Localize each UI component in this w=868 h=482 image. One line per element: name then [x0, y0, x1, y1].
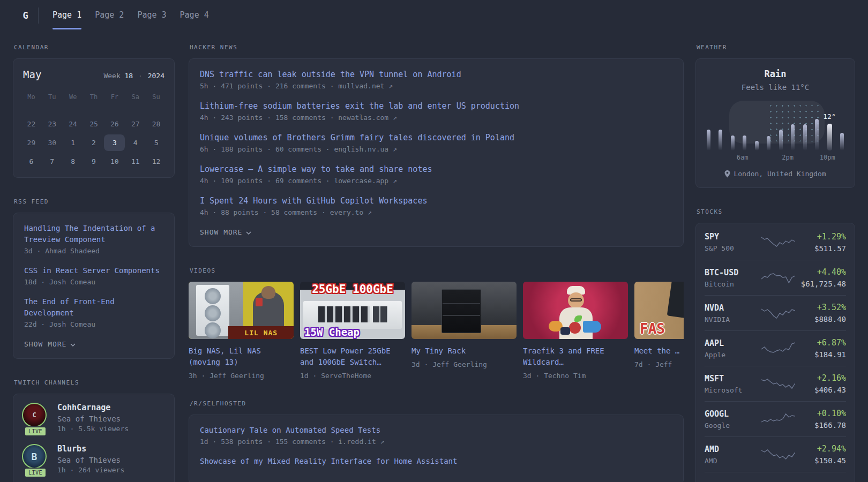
app-logo[interactable]: G	[13, 7, 39, 24]
stock-row[interactable]: AMDAMD +2.94%$150.45	[705, 436, 846, 472]
video-thumbnail[interactable]	[411, 282, 517, 339]
twitch-channel-name[interactable]: Blurbs	[57, 444, 124, 454]
stock-row[interactable]: NVDANVIDIA +3.52%$888.40	[705, 295, 846, 330]
calendar-day: 24	[63, 116, 84, 132]
tab-page-2[interactable]: Page 2	[95, 0, 124, 31]
stock-symbol[interactable]: NVDA	[705, 303, 760, 313]
video-meta: 3d · Techno Tim	[523, 372, 628, 380]
video-title[interactable]: BEST Low Power 25GbE and 100GbE Switch…	[300, 345, 405, 368]
stock-symbol[interactable]: AMD	[705, 445, 760, 454]
twitch-channel-game: Sea of Thieves	[57, 415, 129, 423]
tab-page-4[interactable]: Page 4	[180, 0, 209, 31]
weather-bar	[779, 130, 783, 150]
calendar-day: 7	[42, 153, 63, 170]
video-title[interactable]: Big NAS, Lil NAS (moving 13)	[189, 345, 294, 368]
stock-symbol[interactable]: SPY	[705, 232, 760, 242]
rss-item-title[interactable]: Handling The Indentation of a Treeview C…	[24, 223, 163, 245]
video-title[interactable]: Meet the … Linux Clu…	[634, 345, 684, 357]
reddit-item: Cautionary Tale on Automated Speed Tests…	[200, 425, 672, 446]
hn-item-title[interactable]: I Spent 24 Hours with GitHub Copilot Wor…	[200, 195, 672, 207]
stock-change: +1.29%	[796, 232, 846, 242]
twitch-channel-meta: 1h · 264 viewers	[57, 466, 124, 474]
stock-row[interactable]: MSFTMicrosoft +2.16%$406.43	[705, 366, 846, 401]
rss-item-meta: 22d · Josh Comeau	[24, 320, 163, 328]
rss-section-title: RSS FEED	[14, 198, 175, 205]
video-meta: 3d · Jeff Geerling	[411, 360, 517, 368]
time-label: 2pm	[782, 154, 794, 161]
twitch-channel-name[interactable]: CohhCarnage	[57, 403, 129, 412]
weather-bar	[731, 135, 735, 150]
stock-symbol[interactable]: BTC-USD	[705, 268, 760, 277]
reddit-item-title[interactable]: Showcase of my Mixed Reality Interface f…	[200, 456, 672, 467]
thumb-caption: 15W Cheap	[304, 326, 360, 338]
hn-item-title[interactable]: Lithium-free sodium batteries exit the l…	[200, 100, 672, 112]
video-thumbnail[interactable]	[523, 282, 628, 339]
weekday-label: Tu	[42, 91, 63, 105]
twitch-channel-info: CohhCarnage Sea of Thieves 1h · 5.5k vie…	[57, 403, 129, 433]
video-title[interactable]: My Tiny Rack	[411, 345, 517, 357]
hn-item-title[interactable]: DNS traffic can leak outside the VPN tun…	[200, 69, 672, 80]
hn-item-title[interactable]: Unique volumes of Brothers Grimm fairy t…	[200, 132, 672, 144]
calendar-section-title: CALENDAR	[14, 44, 175, 51]
weekday-label: Th	[84, 91, 104, 105]
weather-card: Rain Feels like 11°C 12° 6am 2pm 10pm Lo…	[695, 58, 855, 188]
video-thumbnail[interactable]: LIL NAS	[189, 282, 294, 339]
calendar-day: 11	[125, 153, 146, 170]
weather-bar: 12°	[827, 124, 832, 150]
thumb-caption: 25GbE 100GbE	[300, 283, 405, 296]
stock-row[interactable]: GOOGLGoogle +0.10%$166.78	[705, 401, 846, 436]
stock-symbol[interactable]: MSFT	[705, 374, 760, 383]
weather-bar	[803, 124, 807, 150]
stock-id: BTC-USDBitcoin	[705, 268, 760, 288]
tab-page-3[interactable]: Page 3	[137, 0, 166, 31]
video-thumbnail[interactable]: 25GbE 100GbE 15W Cheap	[300, 282, 405, 339]
hn-item: DNS traffic can leak outside the VPN tun…	[200, 69, 672, 90]
thumb-caption: FAS	[640, 321, 665, 337]
hn-show-more-button[interactable]: SHOW MORE	[200, 228, 251, 236]
stock-row[interactable]: RDDT -1.65%	[705, 472, 846, 482]
stock-sparkline	[760, 448, 796, 462]
stock-symbol[interactable]: GOOGL	[705, 409, 760, 419]
video-thumbnail[interactable]: FAS	[634, 282, 684, 339]
stock-row[interactable]: AAPLApple +6.87%$184.91	[705, 330, 846, 366]
weather-feels-like: Feels like 11°C	[705, 83, 846, 92]
thumb-art	[570, 298, 582, 302]
videos-section-title: VIDEOS	[190, 267, 684, 274]
stocks-widget: STOCKS SPYS&P 500 +1.29%$511.57 BTC-USDB…	[695, 208, 855, 482]
stock-id: NVDANVIDIA	[705, 303, 760, 323]
reddit-section-title: /R/SELFHOSTED	[190, 400, 684, 407]
rss-item-title[interactable]: CSS in React Server Components	[24, 265, 163, 276]
video-meta: 7d · Jeff	[634, 360, 684, 368]
rss-show-more-button[interactable]: SHOW MORE	[24, 340, 76, 348]
hn-item-meta: 4h · 109 points · 69 comments · lowercas…	[200, 177, 672, 185]
stock-row[interactable]: SPYS&P 500 +1.29%$511.57	[705, 224, 846, 260]
stock-symbol[interactable]: AAPL	[705, 338, 760, 348]
reddit-item-title[interactable]: Cautionary Tale on Automated Speed Tests	[200, 425, 672, 436]
twitch-avatar[interactable]: B	[22, 444, 47, 469]
calendar-weekday-row: Mo Tu We Th Fr Sa Su	[21, 91, 167, 105]
hn-section-title: HACKER NEWS	[190, 44, 684, 51]
hn-item: I Spent 24 Hours with GitHub Copilot Wor…	[200, 195, 672, 216]
twitch-channel-row: C LIVE CohhCarnage Sea of Thieves 1h · 5…	[22, 403, 166, 433]
weather-location: London, United Kingdom	[705, 170, 846, 178]
calendar-year: 2024	[148, 72, 164, 80]
video-title[interactable]: Traefik 3 and FREE Wildcard…	[523, 345, 628, 368]
calendar-day: 8	[63, 153, 84, 170]
hn-card: DNS traffic can leak outside the VPN tun…	[189, 58, 684, 247]
calendar-week-number: 18	[125, 72, 133, 80]
hn-item-title[interactable]: Lowercase – A simple way to take and sha…	[200, 163, 672, 175]
stock-price: $888.40	[796, 315, 846, 323]
stock-row[interactable]: BTC-USDBitcoin +4.40%$61,725.48	[705, 260, 846, 295]
tab-page-1[interactable]: Page 1	[53, 0, 81, 31]
rss-item-title[interactable]: The End of Front-End Development	[24, 296, 163, 319]
hn-item-meta: 4h · 88 points · 58 comments · every.to …	[200, 208, 672, 216]
dashboard-page: G Page 1 Page 2 Page 3 Page 4 CALENDAR M…	[0, 0, 868, 482]
calendar-day: 3	[104, 134, 125, 151]
video-item: Traefik 3 and FREE Wildcard… 3d · Techno…	[523, 282, 628, 380]
stocks-card: SPYS&P 500 +1.29%$511.57 BTC-USDBitcoin …	[695, 223, 855, 482]
rss-item: CSS in React Server Components 18d · Jos…	[24, 265, 163, 286]
twitch-avatar[interactable]: C	[22, 403, 47, 427]
stock-sparkline	[760, 235, 796, 249]
hn-item: Lithium-free sodium batteries exit the l…	[200, 100, 672, 122]
stock-price: $150.45	[796, 456, 846, 465]
